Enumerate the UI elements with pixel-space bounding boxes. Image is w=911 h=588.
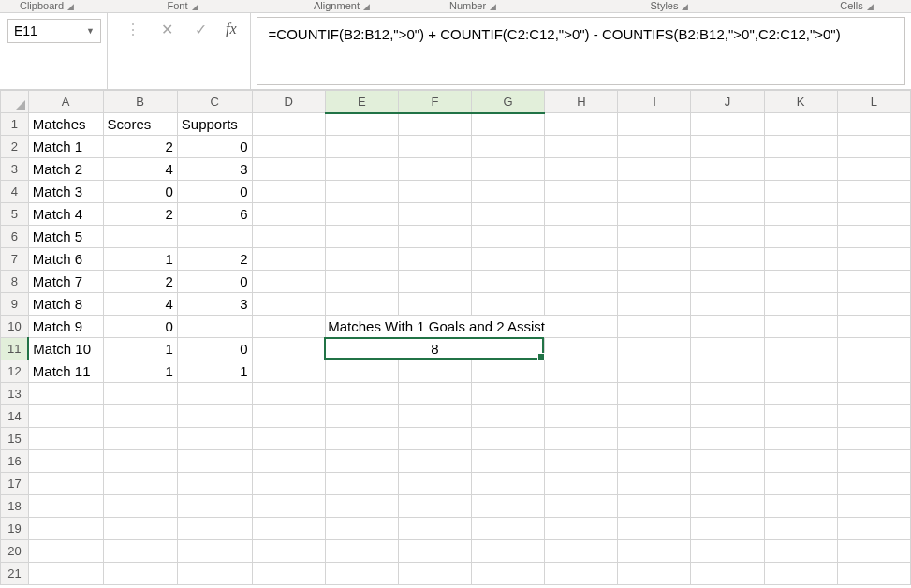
cell-C5[interactable]: 6 bbox=[177, 203, 252, 226]
cell-E9[interactable] bbox=[325, 293, 398, 316]
cell-H18[interactable] bbox=[545, 495, 618, 518]
cell-E15[interactable] bbox=[325, 428, 398, 450]
cell-J5[interactable] bbox=[691, 203, 764, 226]
row-header-4[interactable]: 4 bbox=[1, 181, 29, 203]
cell-G8[interactable] bbox=[472, 271, 545, 293]
cell-E13[interactable] bbox=[325, 383, 398, 405]
column-header-J[interactable]: J bbox=[691, 91, 764, 113]
cell-J8[interactable] bbox=[691, 271, 764, 293]
cell-C9[interactable]: 3 bbox=[177, 293, 252, 316]
cell-B17[interactable] bbox=[103, 473, 177, 495]
cell-A15[interactable] bbox=[28, 428, 103, 450]
cell-F6[interactable] bbox=[398, 226, 471, 248]
cell-A21[interactable] bbox=[28, 563, 103, 585]
cell-G14[interactable] bbox=[472, 405, 545, 428]
row-header-19[interactable]: 19 bbox=[1, 518, 29, 540]
cell-J10[interactable] bbox=[691, 316, 764, 338]
cell-I21[interactable] bbox=[618, 563, 691, 585]
cell-K17[interactable] bbox=[764, 473, 837, 495]
cell-L20[interactable] bbox=[837, 540, 910, 563]
cell-L7[interactable] bbox=[837, 248, 910, 271]
cell-C8[interactable]: 0 bbox=[177, 271, 252, 293]
cell-F8[interactable] bbox=[398, 271, 471, 293]
cell-I5[interactable] bbox=[618, 203, 691, 226]
cell-G21[interactable] bbox=[472, 563, 545, 585]
cell-C3[interactable]: 3 bbox=[177, 158, 252, 181]
cell-E14[interactable] bbox=[325, 405, 398, 428]
cell-D10[interactable] bbox=[252, 316, 325, 338]
cell-D18[interactable] bbox=[252, 495, 325, 518]
cell-D19[interactable] bbox=[252, 518, 325, 540]
cell-D7[interactable] bbox=[252, 248, 325, 271]
cell-G5[interactable] bbox=[472, 203, 545, 226]
cell-E6[interactable] bbox=[325, 226, 398, 248]
cell-D21[interactable] bbox=[252, 563, 325, 585]
row-header-18[interactable]: 18 bbox=[1, 495, 29, 518]
cell-G18[interactable] bbox=[472, 495, 545, 518]
formula-bar-input[interactable]: =COUNTIF(B2:B12,">0") + COUNTIF(C2:C12,"… bbox=[257, 17, 905, 85]
dialog-launcher-icon[interactable]: ◢ bbox=[363, 2, 370, 11]
column-header-G[interactable]: G bbox=[472, 91, 545, 113]
cell-K18[interactable] bbox=[764, 495, 837, 518]
cell-B4[interactable]: 0 bbox=[103, 181, 177, 203]
row-header-14[interactable]: 14 bbox=[1, 405, 29, 428]
cell-D4[interactable] bbox=[252, 181, 325, 203]
cell-E7[interactable] bbox=[325, 248, 398, 271]
cell-D3[interactable] bbox=[252, 158, 325, 181]
cell-K1[interactable] bbox=[764, 113, 837, 136]
cell-K13[interactable] bbox=[764, 383, 837, 405]
cell-C7[interactable]: 2 bbox=[177, 248, 252, 271]
cell-H15[interactable] bbox=[545, 428, 618, 450]
cell-I17[interactable] bbox=[618, 473, 691, 495]
cell-G7[interactable] bbox=[472, 248, 545, 271]
cell-F18[interactable] bbox=[398, 495, 471, 518]
cell-B19[interactable] bbox=[103, 518, 177, 540]
cell-J2[interactable] bbox=[691, 136, 764, 158]
cancel-formula-button[interactable]: ✕ bbox=[158, 21, 175, 38]
cell-E4[interactable] bbox=[325, 181, 398, 203]
cell-D2[interactable] bbox=[252, 136, 325, 158]
cell-K7[interactable] bbox=[764, 248, 837, 271]
cell-H2[interactable] bbox=[545, 136, 618, 158]
cell-B14[interactable] bbox=[103, 405, 177, 428]
cell-K5[interactable] bbox=[764, 203, 837, 226]
dialog-launcher-icon[interactable]: ◢ bbox=[867, 2, 874, 11]
cell-I13[interactable] bbox=[618, 383, 691, 405]
cell-H5[interactable] bbox=[545, 203, 618, 226]
cell-E19[interactable] bbox=[325, 518, 398, 540]
cell-G9[interactable] bbox=[472, 293, 545, 316]
cell-F21[interactable] bbox=[398, 563, 471, 585]
select-all-corner[interactable] bbox=[1, 91, 29, 113]
cell-I19[interactable] bbox=[618, 518, 691, 540]
cell-H20[interactable] bbox=[545, 540, 618, 563]
cell-E1[interactable] bbox=[325, 113, 398, 136]
cell-C16[interactable] bbox=[177, 450, 252, 473]
dots-icon[interactable]: ⋮ bbox=[125, 21, 141, 38]
accept-formula-button[interactable]: ✓ bbox=[192, 21, 209, 38]
cell-J18[interactable] bbox=[691, 495, 764, 518]
cell-D17[interactable] bbox=[252, 473, 325, 495]
cell-F15[interactable] bbox=[398, 428, 471, 450]
cell-C6[interactable] bbox=[177, 226, 252, 248]
cell-A9[interactable]: Match 8 bbox=[28, 293, 103, 316]
cell-H3[interactable] bbox=[545, 158, 618, 181]
cell-L13[interactable] bbox=[837, 383, 910, 405]
cell-D13[interactable] bbox=[252, 383, 325, 405]
cell-F2[interactable] bbox=[398, 136, 471, 158]
cell-G4[interactable] bbox=[472, 181, 545, 203]
cell-G17[interactable] bbox=[472, 473, 545, 495]
cell-D6[interactable] bbox=[252, 226, 325, 248]
row-header-11[interactable]: 11 bbox=[1, 338, 29, 360]
cell-L10[interactable] bbox=[837, 316, 910, 338]
cell-I16[interactable] bbox=[618, 450, 691, 473]
cell-L19[interactable] bbox=[837, 518, 910, 540]
cell-H19[interactable] bbox=[545, 518, 618, 540]
cell-H8[interactable] bbox=[545, 271, 618, 293]
cell-C18[interactable] bbox=[177, 495, 252, 518]
cell-H21[interactable] bbox=[545, 563, 618, 585]
cell-E18[interactable] bbox=[325, 495, 398, 518]
row-header-6[interactable]: 6 bbox=[1, 226, 29, 248]
cell-A17[interactable] bbox=[28, 473, 103, 495]
dialog-launcher-icon[interactable]: ◢ bbox=[67, 2, 74, 11]
cell-D14[interactable] bbox=[252, 405, 325, 428]
